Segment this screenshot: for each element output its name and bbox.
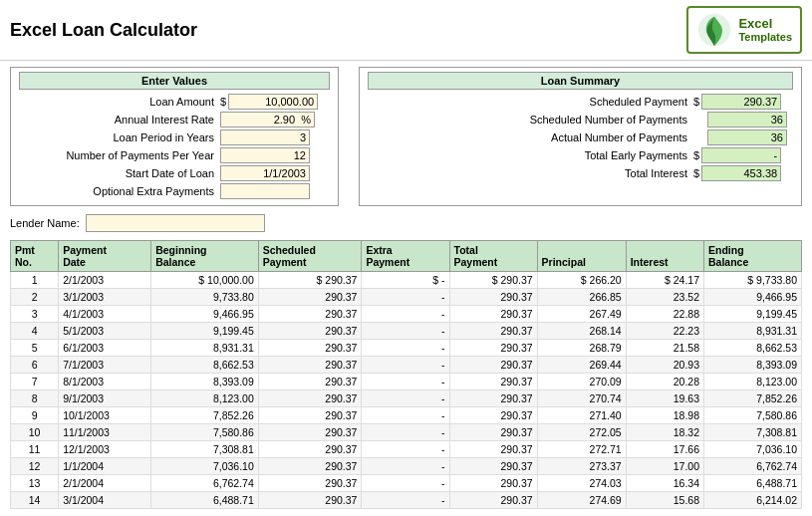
label-payments-per-year: Number of Payments Per Year — [19, 149, 220, 161]
cell-pmt: 9 — [11, 407, 59, 424]
cell-sched_pay: 290.37 — [258, 340, 362, 357]
cell-beg_bal: 6,762.74 — [151, 475, 259, 492]
cell-beg_bal: 7,036.10 — [151, 458, 259, 475]
cell-pmt: 5 — [11, 340, 59, 357]
form-row-interest-rate: Annual Interest Rate — [19, 112, 330, 128]
cell-extra_pay: - — [362, 323, 449, 340]
cell-date: 1/1/2004 — [59, 458, 151, 475]
cell-date: 3/1/2003 — [59, 289, 151, 306]
cell-total_pay: 290.37 — [449, 424, 537, 441]
summary-row-total-interest: Total Interest $ 453.38 — [368, 165, 793, 181]
cell-date: 2/1/2003 — [59, 272, 151, 289]
cell-beg_bal: 9,466.95 — [151, 306, 259, 323]
cell-extra_pay: - — [362, 306, 449, 323]
table-row: 23/1/20039,733.80290.37-290.37266.8523.5… — [11, 289, 802, 306]
cell-date: 5/1/2003 — [59, 323, 151, 340]
cell-extra_pay: - — [362, 424, 449, 441]
label-interest-rate: Annual Interest Rate — [19, 114, 220, 126]
value-actual-num: 36 — [693, 129, 793, 145]
cell-date: 8/1/2003 — [59, 374, 151, 390]
cell-sched_pay: 290.37 — [258, 475, 362, 492]
input-payments-per-year[interactable] — [220, 147, 310, 163]
cell-pmt: 14 — [11, 492, 59, 509]
cell-interest: 17.66 — [626, 441, 703, 458]
table-header-row: PmtNo. PaymentDate BeginningBalance Sche… — [11, 241, 802, 272]
val-total-interest: 453.38 — [701, 165, 781, 181]
val-actual-num: 36 — [707, 129, 787, 145]
page-title: Excel Loan Calculator — [10, 20, 197, 41]
label-actual-num: Actual Number of Payments — [368, 131, 693, 143]
loan-table: PmtNo. PaymentDate BeginningBalance Sche… — [10, 240, 802, 509]
cell-beg_bal: 6,488.71 — [151, 492, 259, 509]
lender-name-input[interactable] — [86, 214, 265, 232]
table-row: 67/1/20038,662.53290.37-290.37269.4420.9… — [11, 357, 802, 374]
cell-beg_bal: 8,931.31 — [151, 340, 259, 357]
input-section-header: Enter Values — [19, 72, 330, 90]
cell-interest: 18.98 — [626, 407, 703, 424]
value-scheduled-num: 36 — [693, 112, 793, 128]
table-row: 132/1/20046,762.74290.37-290.37274.0316.… — [11, 475, 802, 492]
input-interest-rate[interactable] — [220, 112, 315, 128]
input-start-date[interactable] — [220, 165, 310, 181]
cell-principal: 267.49 — [537, 306, 626, 323]
table-row: 143/1/20046,488.71290.37-290.37274.6915.… — [11, 492, 802, 509]
cell-extra_pay: - — [362, 441, 449, 458]
cell-beg_bal: 9,199.45 — [151, 323, 259, 340]
cell-interest: 21.58 — [626, 340, 703, 357]
cell-principal: 269.44 — [537, 357, 626, 374]
val-early-payments: - — [701, 147, 781, 163]
cell-extra_pay: - — [362, 340, 449, 357]
input-section: Enter Values Loan Amount $ Annual Intere… — [10, 67, 339, 206]
cell-end_bal: 9,466.95 — [704, 289, 802, 306]
value-scheduled-payment: $ 290.37 — [693, 94, 793, 110]
cell-sched_pay: 290.37 — [258, 289, 362, 306]
cell-pmt: 3 — [11, 306, 59, 323]
cell-beg_bal: $ 10,000.00 — [151, 272, 259, 289]
cell-end_bal: 6,214.02 — [704, 492, 802, 509]
cell-sched_pay: 290.37 — [258, 374, 362, 390]
logo-line2: Templates — [738, 31, 792, 44]
cell-sched_pay: 290.37 — [258, 357, 362, 374]
cell-total_pay: 290.37 — [449, 340, 537, 357]
cell-total_pay: 290.37 — [449, 289, 537, 306]
cell-sched_pay: $ 290.37 — [258, 272, 362, 289]
cell-pmt: 10 — [11, 424, 59, 441]
cell-principal: 274.03 — [537, 475, 626, 492]
cell-principal: 274.69 — [537, 492, 626, 509]
label-start-date: Start Date of Loan — [19, 167, 220, 179]
table-row: 121/1/20047,036.10290.37-290.37273.3717.… — [11, 458, 802, 475]
cell-sched_pay: 290.37 — [258, 424, 362, 441]
cell-total_pay: $ 290.37 — [449, 272, 537, 289]
cell-end_bal: 9,199.45 — [704, 306, 802, 323]
cell-interest: 22.88 — [626, 306, 703, 323]
cell-date: 3/1/2004 — [59, 492, 151, 509]
cell-beg_bal: 9,733.80 — [151, 289, 259, 306]
cell-date: 2/1/2004 — [59, 475, 151, 492]
currency-loan-amount: $ — [220, 96, 226, 108]
cell-principal: 271.40 — [537, 407, 626, 424]
cell-total_pay: 290.37 — [449, 458, 537, 475]
label-loan-amount: Loan Amount — [19, 96, 220, 108]
value-payments-per-year — [220, 147, 330, 163]
input-loan-amount[interactable] — [228, 94, 318, 110]
cell-interest: 23.52 — [626, 289, 703, 306]
value-loan-amount: $ — [220, 94, 330, 110]
cell-total_pay: 290.37 — [449, 306, 537, 323]
cell-pmt: 4 — [11, 323, 59, 340]
col-header-principal: Principal — [537, 241, 626, 272]
form-row-loan-amount: Loan Amount $ — [19, 94, 330, 110]
cell-beg_bal: 7,308.81 — [151, 441, 259, 458]
cell-total_pay: 290.37 — [449, 374, 537, 390]
cell-sched_pay: 290.37 — [258, 306, 362, 323]
cell-extra_pay: - — [362, 289, 449, 306]
cell-interest: 20.28 — [626, 374, 703, 390]
input-extra-payments[interactable] — [220, 183, 310, 199]
cell-interest: 22.23 — [626, 323, 703, 340]
cell-pmt: 6 — [11, 357, 59, 374]
cell-pmt: 7 — [11, 374, 59, 390]
table-row: 910/1/20037,852.26290.37-290.37271.4018.… — [11, 407, 802, 424]
cell-total_pay: 290.37 — [449, 407, 537, 424]
input-loan-period[interactable] — [220, 129, 310, 145]
col-header-extra-pay: ExtraPayment — [362, 241, 449, 272]
cell-sched_pay: 290.37 — [258, 441, 362, 458]
